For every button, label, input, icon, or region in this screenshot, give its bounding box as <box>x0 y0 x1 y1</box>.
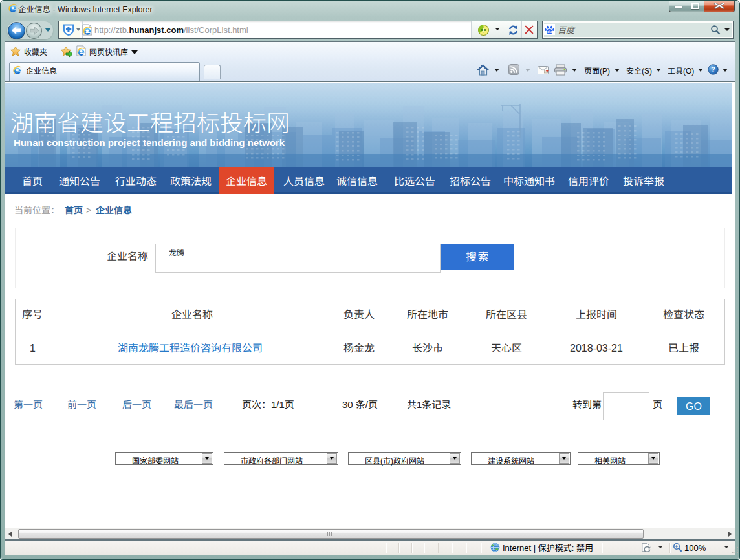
svg-text:?: ? <box>711 65 715 73</box>
svg-text:du: du <box>547 30 552 34</box>
